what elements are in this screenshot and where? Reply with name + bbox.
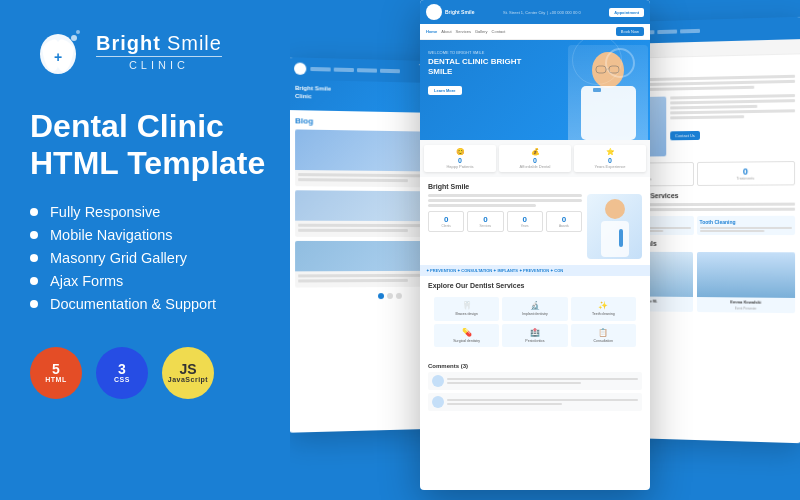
page-dot — [396, 293, 402, 299]
service-label: Teeth cleaning — [574, 312, 633, 317]
js-badge: JS JavaScript — [162, 347, 214, 399]
feature-item: Masonry Grid Gallery — [30, 250, 290, 266]
stat-card: 💰 0 Affordable Dental — [499, 145, 571, 172]
feature-label: Masonry Grid Gallery — [50, 250, 187, 266]
services-grid: 🦷 Braces design 🔬 Implant dentistry ✨ Te… — [428, 293, 642, 351]
hero-title: DENTAL CLINIC BRIGHT SMILE — [428, 57, 546, 78]
text-line — [447, 378, 638, 381]
team-card: Emma Kowalski Event Presenter — [697, 252, 795, 313]
small-stat-num: 0 — [550, 215, 578, 224]
text-line — [670, 115, 744, 119]
small-stat-label: Years — [511, 224, 539, 228]
js-label: JavaScript — [168, 376, 208, 383]
bullet-icon — [30, 231, 38, 239]
svg-point-2 — [76, 30, 80, 34]
service-icon: 💊 — [437, 328, 496, 337]
back-left-logo — [294, 62, 306, 74]
stat-icon: 💰 — [501, 148, 569, 156]
about-text: Contact Us — [670, 94, 795, 156]
svg-text:+: + — [54, 49, 62, 65]
stat-card: ⭐ 0 Years Experience — [574, 145, 646, 172]
feature-list: Fully Responsive Mobile Navigations Maso… — [30, 204, 290, 319]
stat-icon: ⭐ — [576, 148, 644, 156]
page-dot — [378, 293, 384, 299]
comment-item — [428, 393, 642, 411]
service-card: 💊 Surgical dentistry — [434, 324, 499, 348]
service-item: Tooth Cleaning — [696, 216, 795, 235]
js-num: JS — [179, 362, 196, 376]
team-member-role: Event Presenter — [697, 306, 795, 313]
header-address: St. Street 1, Center City — [503, 10, 545, 15]
section-image — [587, 194, 642, 259]
stat-label: Treatments — [699, 176, 792, 181]
main-heading: Dental Clinic HTML Template — [30, 108, 290, 182]
svg-point-1 — [71, 35, 77, 41]
nav-item — [357, 68, 377, 73]
text-line — [447, 382, 581, 385]
text-line — [670, 109, 795, 114]
header-phone: | +00 000 000 00 0 — [547, 10, 580, 15]
text-line — [447, 399, 638, 402]
text-line — [298, 279, 408, 283]
nav-item — [380, 69, 400, 74]
small-stat: 0 Clients — [428, 211, 464, 232]
front-stats: 😊 0 Happy Patients 💰 0 Affordable Dental… — [420, 140, 650, 177]
subnav-item: Contact — [492, 29, 506, 34]
services-title: Explore Our Dentist Services — [428, 282, 642, 289]
hero-cta-button[interactable]: Learn More — [428, 86, 462, 95]
feature-item: Documentation & Support — [30, 296, 290, 312]
svg-rect-9 — [581, 86, 636, 140]
bullet-icon — [30, 208, 38, 216]
section-title: Bright Smile — [428, 183, 642, 190]
front-subnav: Home About Services Gallery Contact Book… — [420, 24, 650, 40]
subnav-item: Gallery — [475, 29, 488, 34]
header-logo: Bright Smile — [426, 4, 474, 20]
header-logo-icon — [426, 4, 442, 20]
team-photo — [697, 252, 795, 298]
subnav-item: About — [441, 29, 451, 34]
logo-bright: Bright — [96, 32, 161, 54]
stat-text: Affordable Dental — [501, 164, 569, 169]
service-label: Periodontics — [505, 339, 564, 344]
stat-card: 😊 0 Happy Patients — [424, 145, 496, 172]
text-line — [447, 403, 562, 406]
svg-rect-15 — [601, 221, 629, 257]
header-contact: St. Street 1, Center City | +00 000 000 … — [503, 10, 581, 15]
comment-avatar — [432, 396, 444, 408]
service-name: Tooth Cleaning — [699, 219, 792, 225]
stat-number: 0 — [426, 157, 494, 164]
service-icon: ✨ — [574, 301, 633, 310]
services-section: Explore Our Dentist Services 🦷 Braces de… — [420, 276, 650, 357]
bright-smile-section: Bright Smile 0 Clients 0 — [420, 177, 650, 265]
small-stat: 0 Years — [507, 211, 543, 232]
header-appointment-btn[interactable]: Appointment — [609, 8, 644, 17]
text-line — [428, 204, 536, 207]
bullet-icon — [30, 277, 38, 285]
stat-number: 0 — [576, 157, 644, 164]
css3-badge: 3 CSS — [96, 347, 148, 399]
logo-area: + Bright Smile CLINIC — [30, 24, 290, 80]
service-icon: 🏥 — [505, 328, 564, 337]
text-line — [298, 229, 408, 232]
small-stat-num: 0 — [471, 215, 499, 224]
html5-badge: 5 HTML — [30, 347, 82, 399]
svg-point-14 — [605, 199, 625, 219]
stat-text: Years Experience — [576, 164, 644, 169]
contact-btn: Contact Us — [670, 131, 700, 140]
ticker-bar: ✦ PREVENTION ✦ CONSULTATION ✦ IMPLANTS ✦… — [420, 265, 650, 276]
stat-num: 0 — [699, 166, 792, 177]
service-label: Braces design — [437, 312, 496, 317]
heading-line1: Dental Clinic — [30, 108, 290, 145]
service-card: 🏥 Periodontics — [502, 324, 567, 348]
comment-avatar — [432, 375, 444, 387]
bullet-icon — [30, 254, 38, 262]
service-icon: 🦷 — [437, 301, 496, 310]
small-stat-label: Clients — [432, 224, 460, 228]
small-stat: 0 Services — [467, 211, 503, 232]
nav-item — [334, 68, 354, 73]
logo-icon: + — [30, 24, 86, 80]
subnav-items: Home About Services Gallery Contact — [426, 29, 505, 34]
service-card: ✨ Teeth cleaning — [571, 297, 636, 321]
small-stat-label: Awards — [550, 224, 578, 228]
left-panel: + Bright Smile CLINIC Dental Clinic HTML… — [0, 0, 320, 500]
